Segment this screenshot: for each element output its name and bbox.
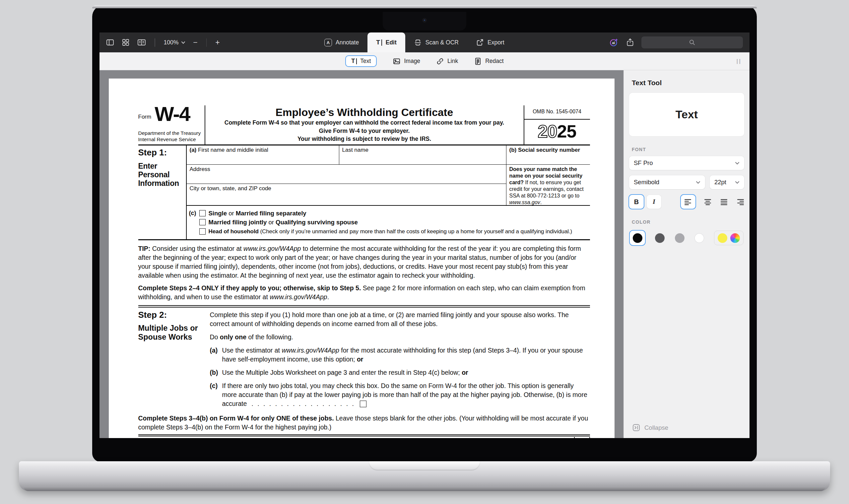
checkbox-married-jointly[interactable] bbox=[199, 219, 206, 225]
chevron-down-icon bbox=[696, 181, 700, 184]
swatch-light-gray[interactable] bbox=[675, 233, 685, 243]
export-icon bbox=[476, 38, 484, 47]
zoom-level-control[interactable]: 100% bbox=[164, 39, 186, 46]
edit-tools-bar: T Text Image Link Redact || bbox=[100, 52, 749, 70]
field-city[interactable]: City or town, state, and ZIP code bbox=[187, 184, 506, 205]
tab-annotate-label: Annotate bbox=[335, 39, 359, 46]
dept-line1: Department of the Treasury bbox=[138, 130, 203, 136]
step2-do-only: Do only one of the following. bbox=[210, 333, 590, 342]
step2-item-b: (b) Use the Multiple Jobs Worksheet on p… bbox=[210, 368, 590, 377]
step2-heading: Step 2: bbox=[138, 310, 210, 320]
tool-link[interactable]: Link bbox=[436, 57, 458, 65]
form-word: Form bbox=[138, 112, 152, 123]
tab-edit[interactable]: T Edit bbox=[367, 33, 405, 52]
tool-link-label: Link bbox=[447, 58, 458, 65]
section-divider bbox=[138, 305, 590, 307]
step2-intro: Complete this step if you (1) hold more … bbox=[210, 310, 590, 328]
step2-item-a: (a) Use the estimator at www.irs.gov/W4A… bbox=[210, 346, 590, 364]
collapse-panel-icon bbox=[633, 424, 640, 431]
form-title: Employee’s Withholding Certificate bbox=[209, 106, 520, 119]
swatch-black-selected[interactable] bbox=[630, 231, 645, 245]
book-pages-icon bbox=[137, 38, 146, 47]
share-icon bbox=[626, 38, 635, 47]
steps-2-4-note: Complete Steps 2–4 ONLY if they apply to… bbox=[138, 284, 590, 302]
tool-image[interactable]: Image bbox=[393, 57, 420, 65]
chevron-down-icon bbox=[735, 162, 740, 165]
lid-notch-scoop bbox=[369, 461, 480, 470]
text-tool-panel: Text Tool Text FONT SF Pro Semibold 22pt bbox=[623, 70, 749, 438]
field-address[interactable]: Address bbox=[187, 165, 506, 184]
form-header: Form W-4 Department of the Treasury Inte… bbox=[138, 105, 590, 145]
color-section-label: COLOR bbox=[632, 219, 744, 225]
checkbox-single[interactable] bbox=[199, 210, 206, 216]
align-justify-button[interactable] bbox=[720, 199, 728, 205]
option-married-jointly: Married filing jointly or Qualifying sur… bbox=[199, 218, 590, 227]
form-subtitle-3: Your withholding is subject to review by… bbox=[209, 135, 520, 143]
text-style-preview[interactable]: Text bbox=[629, 93, 744, 136]
ai-icon: ai bbox=[609, 37, 619, 48]
dept-line2: Internal Revenue Service bbox=[138, 136, 203, 143]
field-ssn[interactable]: (b) Social security number bbox=[506, 145, 590, 165]
step1-subheading: Enter Personal Information bbox=[138, 162, 186, 187]
step1-heading: Step 1: bbox=[138, 148, 186, 157]
tool-text[interactable]: T Text bbox=[345, 55, 377, 67]
form-year: 2025 bbox=[524, 120, 590, 140]
tab-export-label: Export bbox=[487, 39, 504, 46]
table-tick bbox=[589, 437, 590, 438]
zoom-in-button[interactable]: + bbox=[215, 39, 220, 47]
tab-annotate[interactable]: A Annotate bbox=[316, 33, 367, 52]
font-family-select[interactable]: SF Pro bbox=[629, 156, 744, 170]
share-button[interactable] bbox=[626, 38, 635, 47]
pdf-page: Form W-4 Department of the Treasury Inte… bbox=[109, 78, 614, 438]
checkbox-two-jobs[interactable] bbox=[360, 401, 366, 407]
align-left-button[interactable] bbox=[681, 195, 695, 209]
ssn-note: Does your name match the name on your so… bbox=[506, 165, 590, 205]
step2-section: Step 2: Multiple Jobs or Spouse Works Co… bbox=[138, 310, 590, 408]
table-tick bbox=[574, 437, 575, 438]
bold-button[interactable]: B bbox=[629, 195, 644, 209]
field-last-name[interactable]: Last name bbox=[339, 145, 506, 165]
two-page-view-button[interactable] bbox=[137, 38, 146, 47]
align-right-icon bbox=[736, 199, 744, 205]
main-toolbar: 100% − + A Annotate T Edit Scan & bbox=[100, 33, 749, 52]
tool-redact[interactable]: Redact bbox=[474, 57, 503, 65]
c-marker: (c) bbox=[189, 209, 199, 236]
black-swatch bbox=[633, 233, 642, 243]
search-input[interactable] bbox=[641, 36, 743, 48]
thumbnails-button[interactable] bbox=[122, 38, 130, 47]
color-wheel-icon[interactable] bbox=[730, 233, 740, 243]
sidebar-toggle-button[interactable] bbox=[106, 38, 114, 47]
swatch-yellow[interactable] bbox=[718, 233, 727, 243]
tab-export[interactable]: Export bbox=[467, 33, 513, 52]
sidebar-icon bbox=[106, 38, 114, 47]
option-single: Single or Married filing separately bbox=[199, 209, 590, 218]
field-first-name[interactable]: (a) First name and middle initial bbox=[187, 145, 339, 165]
collapse-button[interactable]: Collapse bbox=[633, 424, 668, 431]
search-icon bbox=[689, 39, 695, 46]
align-right-button[interactable] bbox=[736, 199, 744, 205]
font-style-select[interactable]: Semibold bbox=[629, 175, 705, 189]
zoom-level-value: 100% bbox=[164, 39, 179, 46]
checkbox-head-of-household[interactable] bbox=[199, 228, 206, 235]
grid-icon bbox=[122, 38, 130, 47]
font-section-label: FONT bbox=[632, 147, 744, 152]
panel-title: Text Tool bbox=[629, 79, 744, 87]
zoom-out-button[interactable]: − bbox=[193, 39, 197, 47]
drag-handle-icon[interactable]: || bbox=[736, 58, 742, 65]
tab-scan-ocr[interactable]: Scan & OCR bbox=[405, 33, 467, 52]
document-viewport[interactable]: Form W-4 Department of the Treasury Inte… bbox=[100, 70, 623, 438]
align-justify-icon bbox=[720, 199, 728, 205]
toolbar-separator bbox=[206, 38, 207, 47]
scanner-icon bbox=[414, 38, 422, 47]
svg-text:ai: ai bbox=[612, 41, 615, 45]
swatch-white[interactable] bbox=[694, 233, 704, 243]
align-center-button[interactable] bbox=[704, 199, 712, 205]
tool-redact-label: Redact bbox=[485, 58, 503, 65]
swatch-dark-gray[interactable] bbox=[655, 233, 664, 243]
filing-status-row: (c) Single or Married filing separately … bbox=[187, 206, 590, 239]
italic-button[interactable]: I bbox=[647, 195, 661, 209]
font-size-select[interactable]: 22pt bbox=[710, 175, 744, 189]
ai-assistant-button[interactable]: ai bbox=[609, 37, 619, 48]
align-left-icon bbox=[684, 199, 692, 205]
form-subtitle-1: Complete Form W-4 so that your employer … bbox=[209, 119, 520, 127]
